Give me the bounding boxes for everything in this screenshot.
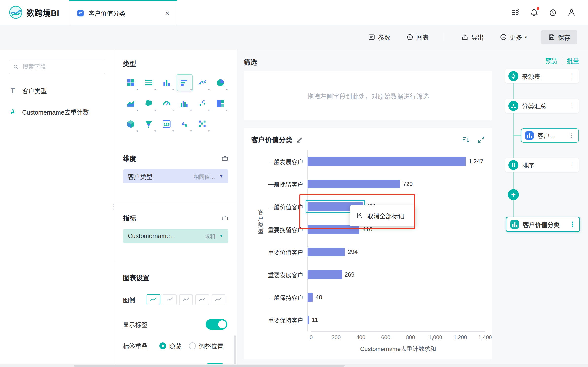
params-button[interactable]: 参数 [368, 33, 390, 42]
chart-type-treemap-icon[interactable]: ▾ [212, 95, 228, 112]
add-step-button[interactable]: + [508, 189, 519, 200]
brand-name: 数跨境BI [27, 7, 59, 18]
chart-type-table-icon[interactable]: ▾ [123, 74, 139, 91]
bar-重要发展客户[interactable] [308, 270, 342, 279]
flow-node-result-chart[interactable]: 客户价值分类 ⋮ [506, 217, 580, 232]
filter-dropzone[interactable]: 拖拽左侧字段到此处，对原始数据进行筛选 [244, 71, 492, 120]
field-item-customername-count[interactable]: # Customername去重计数 [9, 107, 105, 116]
context-menu[interactable]: 取消全部标记 [350, 205, 415, 226]
bar-value-label: 294 [348, 249, 358, 255]
chart-type-area-icon[interactable]: ▾ [123, 95, 139, 112]
chart-type-list-icon[interactable]: ▾ [141, 74, 157, 91]
chart-type-biaxial-icon[interactable]: ▾ [195, 74, 211, 91]
show-label-toggle[interactable] [206, 319, 227, 330]
bar-重要保持客户[interactable] [308, 316, 309, 324]
node-menu-icon[interactable]: ⋮ [569, 102, 575, 109]
metric-briefcase-icon[interactable] [221, 215, 228, 221]
flow-node-label: 来源表 [522, 72, 540, 81]
legend-option-3[interactable] [195, 294, 209, 305]
node-menu-icon[interactable]: ⋮ [569, 73, 575, 80]
node-menu-icon[interactable]: ⋮ [569, 221, 576, 228]
preview-link[interactable]: 预览 [545, 56, 558, 65]
x-axis-line [311, 331, 485, 332]
chart-type-hbar-icon[interactable]: ▾ [177, 74, 193, 91]
dimension-caret-icon[interactable]: ▼ [219, 174, 223, 179]
flow-node-sort[interactable]: 排序 ⋮ [505, 158, 579, 172]
save-button[interactable]: 保存 [541, 30, 577, 44]
overlap-option-1[interactable]: 调整位置 [189, 341, 223, 350]
category-label: 一般保持客户 [251, 293, 307, 302]
group-summary-icon [508, 101, 518, 111]
dimension-pill-value: 相同值… [194, 172, 215, 180]
x-tick-label: 1,200 [454, 334, 467, 341]
chart-type-grid: ▾▾▾▾▾▾▾▾▾▾▾▾▾▾123▾AB▾▾ [123, 74, 228, 133]
scrollbar-thumb[interactable] [74, 365, 345, 367]
bar-track: 729 [307, 173, 485, 195]
overlap-option-0[interactable]: 隐藏 [159, 341, 181, 350]
chart-type-map-icon[interactable]: ▾ [141, 95, 157, 112]
link-divider [562, 58, 562, 64]
bar-value-label: 1,247 [469, 158, 483, 165]
dimension-pill[interactable]: 客户类型 相同值… ▼ [123, 169, 228, 183]
dimension-briefcase-icon[interactable] [221, 155, 228, 162]
notifications-bell-icon[interactable] [530, 8, 538, 17]
node-menu-icon[interactable]: ⋮ [569, 162, 575, 168]
chart-title: 客户价值分类 [251, 135, 293, 145]
tab-customer-value[interactable]: 客户价值分类 × [69, 0, 177, 25]
chart-type-hist-icon[interactable]: ▾ [177, 95, 193, 112]
chart-type-funnel-icon[interactable]: ▾ [141, 116, 157, 133]
node-menu-icon[interactable]: ⋮ [568, 132, 575, 139]
batch-link[interactable]: 批量 [567, 56, 579, 65]
flow-node-chart-child[interactable]: 客户… ⋮ [521, 128, 579, 143]
edit-title-pencil-icon[interactable] [296, 136, 303, 143]
tab-close-icon[interactable]: × [165, 9, 170, 17]
chart-type-scatter-icon[interactable]: ▾ [195, 95, 211, 112]
export-button[interactable]: 导出 [461, 33, 484, 42]
app-header: 数跨境BI 客户价值分类 × [0, 0, 588, 25]
flow-node-source-table[interactable]: 来源表 ⋮ [505, 69, 579, 83]
bar-row: 一般发展客户1,247 [251, 150, 485, 173]
export-icon [461, 34, 468, 41]
filter-section-title: 筛选 [244, 57, 492, 67]
metric-caret-icon[interactable]: ▼ [219, 234, 223, 238]
bar-track: 294 [307, 241, 485, 263]
legend-option-2[interactable] [179, 294, 193, 305]
category-label: 一般发展客户 [251, 157, 307, 166]
chart-type-text-icon[interactable]: AB▾ [177, 116, 193, 133]
chart-type-pixel-icon[interactable]: ▾ [195, 116, 211, 133]
flow-node-group-summary[interactable]: 分类汇总 ⋮ [505, 99, 579, 113]
bar-row: 重要价值客户294 [251, 241, 485, 263]
radio-icon [189, 342, 196, 349]
metric-pill[interactable]: Customername… 求和 ▼ [123, 229, 228, 243]
chart-type-cube-icon[interactable]: ▾ [123, 116, 139, 133]
horizontal-scrollbar[interactable] [0, 364, 588, 367]
history-timer-icon[interactable] [549, 8, 557, 17]
chart-type-pie-icon[interactable]: ▾ [212, 74, 228, 91]
category-label: 重要价值客户 [251, 248, 307, 256]
more-button[interactable]: 更多 ▾ [500, 33, 527, 42]
chart-type-gauge-icon[interactable]: ▾ [159, 95, 175, 112]
field-item-customer-type[interactable]: T 客户类型 [9, 86, 105, 95]
legend-option-0[interactable] [147, 294, 160, 305]
bar-一般挽留客户[interactable] [308, 180, 400, 188]
more-circle-icon [500, 34, 507, 41]
task-list-icon[interactable] [511, 8, 520, 17]
legend-option-1[interactable] [163, 294, 177, 305]
context-menu-label[interactable]: 取消全部标记 [367, 211, 404, 220]
add-chart-button[interactable]: 图表 [407, 33, 429, 42]
bar-一般发展客户[interactable] [308, 157, 466, 166]
dimension-section-title: 维度 [123, 153, 136, 163]
chart-type-bar-icon[interactable]: ▾ [159, 74, 175, 91]
panel-resize-handle[interactable]: ⋮ [110, 202, 117, 211]
legend-option-4[interactable] [212, 294, 225, 305]
sort-descending-icon[interactable] [462, 136, 470, 144]
user-account-icon[interactable] [567, 8, 576, 17]
metric-pill-label: Customername… [128, 233, 176, 240]
config-scrollbar[interactable] [234, 335, 236, 367]
chart-type-num-icon[interactable]: 123▾ [159, 116, 175, 133]
chart-settings-title: 图表设置 [123, 273, 228, 282]
bar-重要价值客户[interactable] [308, 248, 345, 256]
expand-fullscreen-icon[interactable] [477, 136, 485, 144]
bar-一般保持客户[interactable] [308, 293, 313, 302]
field-search-input[interactable] [22, 63, 101, 70]
